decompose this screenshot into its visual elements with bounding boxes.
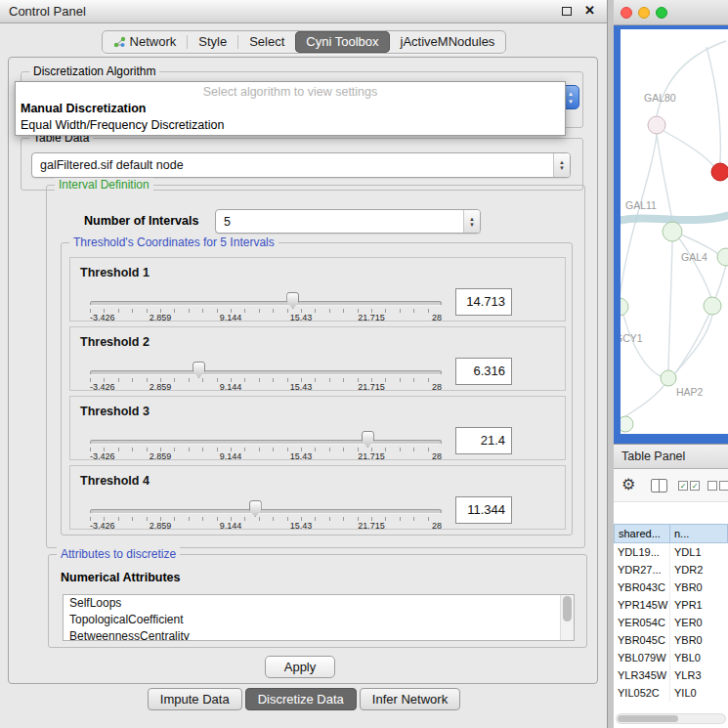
gear-icon[interactable]: ⚙ bbox=[621, 476, 635, 493]
network-node[interactable] bbox=[704, 297, 721, 315]
list-scrollbar[interactable] bbox=[560, 595, 574, 640]
numerical-attributes-list[interactable]: SelfLoops TopologicalCoefficient Between… bbox=[63, 594, 575, 641]
columns-icon[interactable] bbox=[651, 479, 667, 492]
cell: YDL1 bbox=[670, 543, 728, 561]
window-title: Control Panel bbox=[9, 4, 86, 19]
slider-thumb[interactable] bbox=[362, 431, 374, 448]
network-node[interactable] bbox=[648, 116, 665, 134]
cell: YIL052C bbox=[614, 684, 670, 702]
unselect-check-icon[interactable] bbox=[707, 481, 717, 491]
group-title: Attributes to discretize bbox=[57, 547, 180, 561]
tick-label: 2.859 bbox=[150, 382, 172, 392]
list-item[interactable]: SelfLoops bbox=[64, 595, 574, 612]
threshold-4-value-field[interactable]: 11.344 bbox=[455, 496, 512, 524]
tick-label: -3.426 bbox=[90, 451, 115, 461]
close-icon[interactable]: ✕ bbox=[584, 3, 595, 18]
slider-track[interactable] bbox=[90, 370, 442, 375]
slider-track[interactable] bbox=[90, 509, 442, 514]
tab-impute-data[interactable]: Impute Data bbox=[148, 688, 242, 710]
table-row[interactable]: YDL19...YDL1 bbox=[614, 543, 728, 561]
select-check-icon[interactable]: ✓ bbox=[678, 481, 688, 491]
tick-label: 28 bbox=[432, 313, 442, 322]
slider-thumb[interactable] bbox=[286, 292, 299, 309]
threshold-2-slider[interactable]: -3.426 2.859 9.144 15.43 21.715 28 bbox=[90, 327, 442, 392]
table-row[interactable]: YPR145WYPR1 bbox=[614, 596, 728, 614]
list-item[interactable]: BetweennessCentrality bbox=[64, 628, 574, 641]
horizontal-scrollbar[interactable] bbox=[616, 713, 726, 724]
control-panel-window: Control Panel ✕ Network Style bbox=[0, 0, 608, 728]
node-label: GAL80 bbox=[644, 92, 676, 104]
table-row[interactable]: YBR045CYBR0 bbox=[614, 631, 728, 649]
network-node[interactable] bbox=[621, 416, 633, 432]
network-graph: GAL80 GAL11 GAL4 GCY1 HAP2 bbox=[621, 29, 728, 434]
tab-select[interactable]: Select bbox=[238, 31, 295, 53]
threshold-1-panel: Threshold 1 -3.426 2.859 9.144 15.43 21.… bbox=[69, 257, 566, 321]
slider-track[interactable] bbox=[90, 301, 442, 306]
cell: YDR27... bbox=[614, 561, 670, 578]
column-header-shared-name[interactable]: shared... bbox=[614, 524, 670, 543]
tab-infer-network[interactable]: Infer Network bbox=[360, 688, 460, 710]
slider-thumb[interactable] bbox=[193, 362, 205, 378]
dropdown-item-manual-discretization[interactable]: Manual Discretization bbox=[16, 101, 565, 117]
network-node[interactable] bbox=[661, 370, 676, 386]
number-of-intervals-combobox[interactable]: 5 ▲ ▼ bbox=[215, 209, 481, 234]
threshold-2-value-field[interactable]: 6.316 bbox=[455, 358, 512, 385]
float-window-icon[interactable] bbox=[562, 7, 572, 16]
zoom-traffic-light-icon[interactable] bbox=[656, 7, 667, 19]
minimize-traffic-light-icon[interactable] bbox=[638, 7, 650, 19]
select-check-icon[interactable]: ✓ bbox=[690, 481, 700, 491]
cell: YBL0 bbox=[670, 649, 728, 666]
tab-jactivemodules[interactable]: jActiveMNodules bbox=[390, 31, 506, 53]
tab-network[interactable]: Network bbox=[103, 31, 188, 53]
network-window-titlebar bbox=[614, 0, 728, 25]
threshold-4-slider[interactable]: -3.426 2.859 9.144 15.43 21.715 28 bbox=[90, 466, 442, 531]
threshold-1-slider[interactable]: -3.426 2.859 9.144 15.43 21.715 28 bbox=[90, 258, 442, 322]
tab-cyni-toolbox[interactable]: Cyni Toolbox bbox=[295, 31, 389, 53]
tab-label: jActiveMNodules bbox=[401, 31, 495, 53]
tick-label: 2.859 bbox=[150, 451, 172, 461]
network-node[interactable] bbox=[717, 248, 728, 266]
tick-label: 2.859 bbox=[150, 313, 172, 322]
table-row[interactable]: YBL079WYBL0 bbox=[614, 649, 728, 666]
combobox-value: galFiltered.sif default node bbox=[32, 158, 553, 172]
table-row[interactable]: YER054CYER0 bbox=[614, 614, 728, 631]
threshold-1-value-field[interactable]: 14.713 bbox=[455, 288, 512, 316]
thresholds-group: Threshold's Coordinates for 5 Intervals … bbox=[61, 242, 573, 535]
threshold-3-slider[interactable]: -3.426 2.859 9.144 15.43 21.715 28 bbox=[90, 397, 442, 461]
column-header-name[interactable]: n... bbox=[670, 524, 728, 543]
network-view-frame: GAL80 GAL11 GAL4 GCY1 HAP2 bbox=[614, 25, 728, 444]
node-label: HAP2 bbox=[676, 386, 704, 398]
node-label: GAL11 bbox=[625, 199, 657, 211]
network-node[interactable] bbox=[621, 298, 628, 316]
interval-definition-group: Interval Definition Number of Intervals … bbox=[46, 185, 585, 548]
cell: YPR1 bbox=[670, 596, 728, 614]
slider-thumb[interactable] bbox=[249, 500, 262, 517]
network-canvas[interactable]: GAL80 GAL11 GAL4 GCY1 HAP2 bbox=[621, 29, 728, 434]
close-traffic-light-icon[interactable] bbox=[621, 7, 632, 19]
apply-button[interactable]: Apply bbox=[265, 656, 335, 678]
tab-discretize-data[interactable]: Discretize Data bbox=[245, 688, 357, 710]
list-item[interactable]: TopologicalCoefficient bbox=[64, 612, 574, 628]
tick-label: -3.426 bbox=[90, 521, 115, 531]
network-node[interactable] bbox=[663, 222, 682, 241]
scrollbar-thumb[interactable] bbox=[563, 596, 572, 621]
table-row[interactable]: YDR27...YDR2 bbox=[614, 561, 728, 578]
unselect-check-icon[interactable] bbox=[719, 481, 728, 491]
cell: YPR145W bbox=[614, 596, 670, 614]
cell: YDL19... bbox=[614, 543, 670, 561]
table-row[interactable]: YLR345WYLR3 bbox=[614, 666, 728, 684]
dropdown-item-equal-width[interactable]: Equal Width/Frequency Discretization bbox=[16, 117, 565, 134]
tick-label: 21.715 bbox=[358, 313, 385, 322]
scrollbar-thumb[interactable] bbox=[618, 715, 678, 722]
tab-style[interactable]: Style bbox=[188, 31, 237, 53]
threshold-3-value-field[interactable]: 21.4 bbox=[455, 427, 512, 454]
table-data-combobox[interactable]: galFiltered.sif default node ▲ ▼ bbox=[31, 152, 571, 178]
thick-edge bbox=[621, 215, 728, 221]
table-row[interactable]: YBR043CYBR0 bbox=[614, 578, 728, 596]
cyni-toolbox-panel: Discretization Algorithm ▲ ▼ Select algo… bbox=[8, 57, 598, 684]
cell: YLR345W bbox=[614, 666, 670, 684]
top-tabbar: Network Style Select Cyni Toolbox jActiv… bbox=[0, 30, 608, 54]
slider-track[interactable] bbox=[90, 440, 442, 445]
table-row[interactable]: YIL052CYIL0 bbox=[614, 684, 728, 702]
network-node-selected[interactable] bbox=[711, 163, 728, 181]
